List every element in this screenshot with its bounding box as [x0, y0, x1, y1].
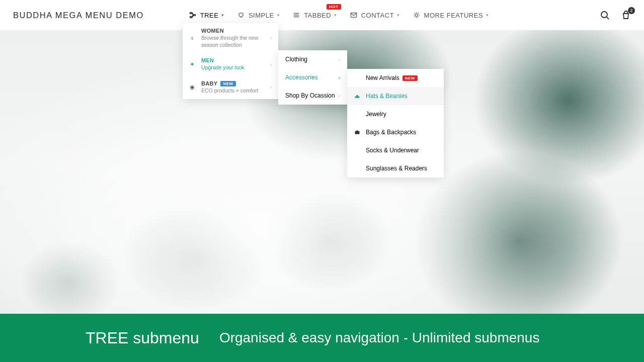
level3-bags-backpacks[interactable]: Bags & Backpacks [347, 123, 444, 141]
hat-icon [354, 93, 360, 99]
main-nav: TREE ▾ SIMPLE ▾ TABBED ▾ HOT CONTACT ▾ [189, 12, 489, 19]
level3-hats-beanies[interactable]: Hats & Beanies [347, 87, 444, 105]
chevron-down-icon: ▾ [221, 13, 224, 18]
search-icon[interactable] [600, 10, 610, 20]
nav-contact[interactable]: CONTACT ▾ [350, 12, 400, 19]
menu-label: Bags & Backpacks [366, 129, 416, 136]
lines-icon [293, 12, 300, 19]
nav-label: SIMPLE [249, 12, 274, 19]
site-logo[interactable]: BUDDHA MEGA MENU DEMO [13, 11, 144, 20]
menu-label: Socks & Underwear [366, 147, 419, 154]
svg-rect-1 [190, 17, 192, 18]
level3-jewelry[interactable]: Jewelry [347, 105, 444, 123]
chevron-down-icon: ▾ [277, 13, 280, 18]
bag-icon [354, 129, 360, 135]
menu-label: New ArrivalsNEW [366, 74, 418, 81]
woman-icon: ♀ [189, 35, 195, 42]
tree-item-title: MEN [201, 57, 264, 63]
new-badge: NEW [220, 81, 235, 86]
cart-count-badge: 2 [628, 7, 635, 14]
banner-title: TREE submenu [86, 329, 199, 347]
svg-rect-0 [190, 13, 192, 14]
bulb-icon [413, 12, 420, 19]
tree-item-title: BABYNEW [201, 80, 264, 86]
tree-item-sub: Upgrade your look [201, 64, 264, 71]
promo-banner: TREE submenu Organised & easy navigation… [0, 314, 644, 362]
tree-item-sub: Browse through the new season collection [201, 35, 264, 48]
chevron-right-icon: › [339, 93, 340, 99]
chevron-right-icon: › [339, 75, 340, 80]
menu-label: Accessories [285, 74, 318, 81]
chevron-right-icon: › [270, 62, 272, 67]
cart-icon[interactable]: 2 [621, 10, 631, 20]
nav-label: TREE [200, 12, 219, 19]
tree-level3-panel: New ArrivalsNEW Hats & Beanies Jewelry B… [347, 69, 444, 177]
nav-label: TABBED [304, 12, 331, 19]
chevron-right-icon: › [339, 57, 340, 62]
nav-simple[interactable]: SIMPLE ▾ [237, 12, 280, 19]
level2-accessories[interactable]: Accessories › [278, 68, 347, 86]
banner-subtitle: Organised & easy navigation - Unlimited … [219, 330, 540, 346]
nav-tabbed[interactable]: TABBED ▾ HOT [293, 12, 337, 19]
hot-badge: HOT [327, 4, 341, 10]
tree-item-title: WOMEN [201, 28, 264, 34]
menu-label: Clothing [285, 56, 307, 63]
man-icon: ✦ [189, 61, 195, 68]
nav-tree[interactable]: TREE ▾ [189, 12, 224, 19]
svg-point-5 [601, 12, 607, 18]
svg-point-4 [415, 14, 418, 16]
chevron-down-icon: ▾ [334, 13, 337, 18]
level2-shop-by-occasion[interactable]: Shop By Ocassion › [278, 86, 347, 105]
svg-rect-7 [355, 131, 360, 134]
menu-label: Jewelry [366, 111, 386, 118]
level3-new-arrivals[interactable]: New ArrivalsNEW [347, 69, 444, 87]
tree-level1-panel: ♀ WOMEN Browse through the new season co… [183, 23, 278, 99]
nav-label: MORE FEATURES [424, 12, 484, 19]
new-badge: NEW [403, 75, 418, 81]
chevron-right-icon: › [270, 35, 272, 41]
chevron-right-icon: › [270, 84, 272, 90]
svg-rect-8 [357, 130, 358, 131]
level3-sunglasses-readers[interactable]: Sunglasses & Readers [347, 159, 444, 177]
mail-icon [350, 12, 357, 19]
tree-item-women[interactable]: ♀ WOMEN Browse through the new season co… [183, 23, 278, 53]
level2-clothing[interactable]: Clothing › [278, 50, 347, 68]
menu-label: Shop By Ocassion [285, 92, 335, 99]
menu-label: Hats & Beanies [366, 93, 408, 100]
topbar: BUDDHA MEGA MENU DEMO TREE ▾ SIMPLE ▾ TA… [0, 0, 644, 30]
nav-more-features[interactable]: MORE FEATURES ▾ [413, 12, 489, 19]
chevron-down-icon: ▾ [486, 13, 489, 18]
chevron-down-icon: ▾ [397, 13, 400, 18]
tree-item-baby[interactable]: ❀ BABYNEW ECO products + comfort › [183, 76, 278, 99]
menu-label: Sunglasses & Readers [366, 165, 427, 172]
nav-label: CONTACT [361, 12, 394, 19]
tree-level2-panel: Clothing › Accessories › Shop By Ocassio… [278, 50, 347, 105]
heart-icon [237, 12, 245, 19]
header-tools: 2 [600, 10, 631, 20]
svg-rect-2 [194, 15, 196, 16]
tree-item-men[interactable]: ✦ MEN Upgrade your look › [183, 53, 278, 76]
baby-icon: ❀ [189, 84, 195, 91]
tree-item-sub: ECO products + comfort [201, 87, 264, 95]
tree-icon [189, 12, 196, 19]
level3-socks-underwear[interactable]: Socks & Underwear [347, 141, 444, 159]
